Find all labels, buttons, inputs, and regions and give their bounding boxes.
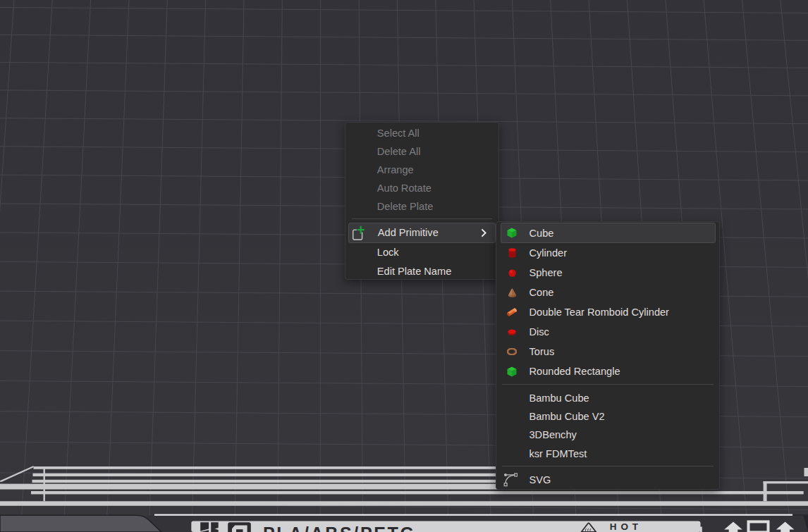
svg-text:HOT: HOT xyxy=(610,521,642,532)
svg-text:PLA/ABS/PETG: PLA/ABS/PETG xyxy=(263,524,416,532)
